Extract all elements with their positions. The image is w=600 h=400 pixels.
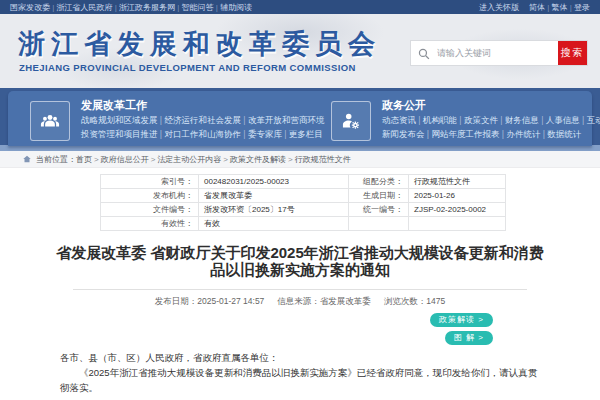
site-title: 浙江省发展和改革委员会	[18, 26, 381, 62]
topbar-link-zj-gov[interactable]: 浙江省人民政府	[57, 3, 120, 12]
nav-link-expert-library[interactable]: 委专家库	[248, 129, 289, 139]
meta-value-index: 002482031/2025-00023	[199, 175, 349, 189]
body-paragraph: 各市、县（市、区）人民政府，省政府直属各单位：	[60, 350, 540, 365]
meta-value-docnum: 浙发改环资〔2025〕17号	[199, 203, 349, 217]
view-count: 浏览次数：1475	[384, 296, 445, 308]
publish-date: 发布日期：2025-01-27 14:57	[155, 296, 265, 308]
page-title: 省发展改革委 省财政厅关于印发2025年浙江省推动大规模设备更新和消费品以旧换新…	[56, 244, 544, 278]
nav-link-interaction[interactable]: 互动交流	[587, 115, 600, 125]
nav-link-finance-info[interactable]: 财务信息	[505, 115, 546, 125]
breadcrumb: 当前位置： 首页政府信息公开法定主动公开内容政策文件及解读行政规范性文件	[0, 151, 600, 168]
nav-link-case-stats[interactable]: 办件统计	[506, 129, 547, 139]
people-group-icon	[30, 101, 70, 141]
topbar-link-assist-read[interactable]: 辅助阅读	[220, 3, 252, 12]
breadcrumb-normative-docs[interactable]: 行政规范性文件	[295, 155, 351, 164]
article-meta: 发布日期：2025-01-27 14:57 信息来源：省发展改革委 浏览次数：1…	[0, 296, 600, 308]
nav-link-hr-info[interactable]: 人事信息	[546, 115, 587, 125]
person-gear-icon	[331, 101, 371, 141]
meta-label-unified-num: 统一编号：	[349, 203, 409, 217]
breadcrumb-proactive-disclosure[interactable]: 法定主动公开内容	[157, 155, 230, 164]
topbar-link-ndrc[interactable]: 国家发改委	[10, 3, 57, 12]
table-row: 索引号： 002482031/2025-00023 组配分类： 行政规范性文件	[101, 175, 506, 189]
login-link[interactable]: 登录	[574, 3, 590, 12]
meta-value-date: 2025-01-26	[409, 189, 506, 203]
nav-link-investment-mgmt[interactable]: 投资管理和项目推进	[81, 129, 164, 139]
nav-links-row: 投资管理和项目推进对口工作和山海协作委专家库更多栏目	[81, 127, 324, 141]
nav-title-development-reform[interactable]: 发展改革工作	[81, 98, 324, 113]
nav-section-development-reform: 发展改革工作 战略规划和区域发展经济运行和社会发展改革开放和营商环境 投资管理和…	[8, 91, 308, 146]
policy-interpretation-button[interactable]: 政策解读 >	[430, 313, 493, 327]
table-row: 发布机构： 省发展改革委 生成日期： 2025-01-26	[101, 189, 506, 203]
nav-link-policy-docs[interactable]: 政策文件	[464, 115, 505, 125]
topbar-link-zj-service[interactable]: 浙江政务服务网	[119, 3, 182, 12]
info-source: 信息来源：省发展改革委	[277, 296, 371, 308]
document-meta-table: 索引号： 002482031/2025-00023 组配分类： 行政规范性文件 …	[100, 174, 506, 231]
nav-section-gov-disclosure: 政务公开 动态资讯机构职能政策文件财务信息人事信息互动交流 新闻发布会网站年度工…	[308, 91, 600, 146]
meta-value-validity: 有效	[199, 217, 349, 231]
nav-link-economic-operation[interactable]: 经济运行和社会发展	[164, 115, 247, 125]
table-row: 文件编号： 浙发改环资〔2025〕17号 统一编号： ZJSP-02-2025-…	[101, 203, 506, 217]
topbar-right: 进入关怀版 简体繁体登录	[479, 2, 590, 13]
page: 国家发改委浙江省人民政府浙江政务服务网智能问答辅助阅读 进入关怀版 简体繁体登录…	[0, 0, 600, 400]
site-subtitle: ZHEJIANG PROVINCIAL DEVELOPMENT AND REFO…	[19, 62, 356, 73]
related-buttons: 政策解读 > 图 解 >	[0, 313, 600, 345]
meta-label-index: 索引号：	[101, 175, 199, 189]
graphic-interpretation-button[interactable]: 图 解 >	[445, 331, 493, 345]
body-paragraph: 《2025年浙江省推动大规模设备更新和消费品以旧换新实施方案》已经省政府同意，现…	[60, 365, 540, 395]
meta-value-category: 行政规范性文件	[409, 175, 506, 189]
search-icon	[417, 47, 431, 61]
table-row: 有效性： 有效	[101, 217, 506, 231]
breadcrumb-policy-docs[interactable]: 政策文件及解读	[230, 155, 295, 164]
meta-label-validity: 有效性：	[101, 217, 199, 231]
lang-traditional-link[interactable]: 繁体	[551, 3, 574, 12]
article-body: 各市、县（市、区）人民政府，省政府直属各单位： 《2025年浙江省推动大规模设备…	[60, 350, 540, 395]
topbar-links: 国家发改委浙江省人民政府浙江政务服务网智能问答辅助阅读	[10, 2, 252, 13]
language-links: 简体繁体登录	[529, 2, 590, 13]
main-navigation: 发展改革工作 战略规划和区域发展经济运行和社会发展改革开放和营商环境 投资管理和…	[0, 88, 600, 151]
search-input[interactable]	[411, 41, 558, 65]
meta-label-empty	[349, 217, 409, 231]
nav-link-press-conference[interactable]: 新闻发布会	[382, 129, 431, 139]
breadcrumb-label: 当前位置：	[36, 154, 76, 165]
nav-links-row: 战略规划和区域发展经济运行和社会发展改革开放和营商环境	[81, 113, 324, 127]
nav-links-row: 新闻发布会网站年度工作报表办件统计数据统计	[382, 127, 600, 141]
nav-link-annual-report[interactable]: 网站年度工作报表	[431, 129, 506, 139]
nav-link-strategic-planning[interactable]: 战略规划和区域发展	[81, 115, 164, 125]
nav-link-functions[interactable]: 机构职能	[423, 115, 464, 125]
breadcrumb-gov-info[interactable]: 政府信息公开	[101, 155, 158, 164]
nav-section-text: 政务公开 动态资讯机构职能政策文件财务信息人事信息互动交流 新闻发布会网站年度工…	[382, 98, 600, 146]
nav-section-text: 发展改革工作 战略规划和区域发展经济运行和社会发展改革开放和营商环境 投资管理和…	[81, 98, 324, 146]
nav-links-row: 动态资讯机构职能政策文件财务信息人事信息互动交流	[382, 113, 600, 127]
nav-title-gov-disclosure[interactable]: 政务公开	[382, 98, 600, 113]
nav-link-data-stats[interactable]: 数据统计	[547, 129, 581, 139]
top-utility-bar: 国家发改委浙江省人民政府浙江政务服务网智能问答辅助阅读 进入关怀版 简体繁体登录	[0, 0, 600, 14]
nav-link-counterpart-work[interactable]: 对口工作和山海协作	[164, 129, 247, 139]
search-button[interactable]: 搜索	[558, 41, 587, 65]
title-divider	[73, 289, 527, 290]
meta-value-issuer: 省发展改革委	[199, 189, 349, 203]
meta-label-issuer: 发布机构：	[101, 189, 199, 203]
meta-label-date: 生成日期：	[349, 189, 409, 203]
home-icon	[22, 154, 32, 164]
lang-simplified-link[interactable]: 简体	[529, 3, 552, 12]
nav-panel: 发展改革工作 战略规划和区域发展经济运行和社会发展改革开放和营商环境 投资管理和…	[8, 91, 592, 146]
meta-value-empty	[409, 217, 506, 231]
topbar-link-smart-qa[interactable]: 智能问答	[182, 3, 221, 12]
care-mode-link[interactable]: 进入关怀版	[479, 2, 519, 13]
breadcrumb-trail: 首页政府信息公开法定主动公开内容政策文件及解读行政规范性文件	[76, 154, 351, 165]
nav-link-news[interactable]: 动态资讯	[382, 115, 423, 125]
meta-label-docnum: 文件编号：	[101, 203, 199, 217]
search-box: 搜索	[410, 40, 588, 66]
breadcrumb-home[interactable]: 首页	[76, 155, 101, 164]
masthead: 浙江省发展和改革委员会 ZHEJIANG PROVINCIAL DEVELOPM…	[0, 14, 600, 88]
meta-label-category: 组配分类：	[349, 175, 409, 189]
meta-value-unified-num: ZJSP-02-2025-0002	[409, 203, 506, 217]
